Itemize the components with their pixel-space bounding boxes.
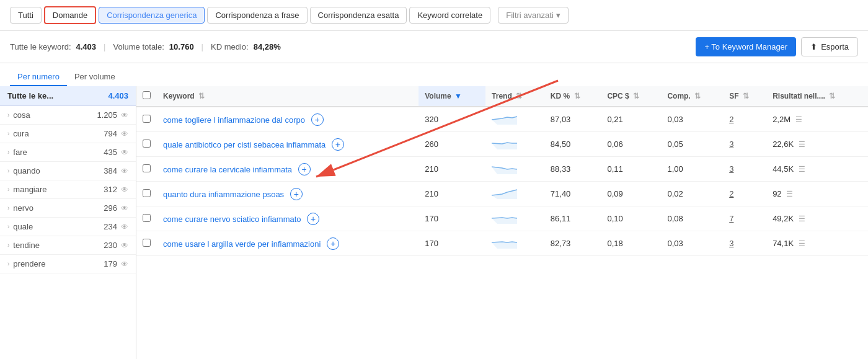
cpc-cell: 0,11 [601, 157, 661, 182]
sort-tab-per-numero[interactable]: Per numero [10, 68, 67, 86]
row-checkbox-cell[interactable] [136, 206, 157, 231]
sf-value[interactable]: 3 [729, 239, 733, 248]
filter-keyword-correlate[interactable]: Keyword correlate [409, 7, 490, 24]
keyword-cell: come curare nervo sciatico infiammato + [157, 206, 418, 231]
filter-tutti[interactable]: Tutti [10, 7, 42, 24]
th-trend[interactable]: Trend ⇅ [485, 86, 544, 107]
sidebar-item-fare[interactable]: › fare 435 👁 [0, 143, 136, 162]
risultati-cell: 74,1K ☰ [766, 231, 868, 256]
sidebar-item-cura[interactable]: › cura 794 👁 [0, 125, 136, 143]
th-sf[interactable]: SF ⇅ [723, 86, 766, 107]
export-button[interactable]: ⬆ Esporta [801, 37, 858, 56]
risultati-value: 92 [773, 189, 781, 198]
sidebar-header-label: Tutte le ke... [7, 91, 53, 100]
keyword-cell: quanto dura infiammazione psoas + [157, 182, 418, 206]
sidebar-header: Tutte le ke... 4.403 [0, 86, 136, 106]
risultati-value: 49,2K [773, 214, 794, 223]
row-checkbox-cell[interactable] [136, 182, 157, 206]
chevron-icon: › [7, 167, 9, 174]
sf-value[interactable]: 3 [729, 164, 733, 174]
sf-value[interactable]: 2 [729, 189, 733, 198]
sidebar-item-count: 384 [104, 166, 117, 175]
th-risultati[interactable]: Risultati nell.... ⇅ [766, 86, 868, 107]
eye-icon: 👁 [121, 260, 128, 268]
trend-cell [485, 132, 544, 157]
keyword-link[interactable]: come curare la cervicale infiammata [163, 165, 292, 174]
sidebar-item-quando[interactable]: › quando 384 👁 [0, 162, 136, 180]
to-keyword-manager-button[interactable]: + To Keyword Manager [696, 37, 796, 56]
keyword-link[interactable]: come togliere l infiammazione dal corpo [163, 115, 305, 125]
keyword-link[interactable]: come usare l argilla verde per infiammaz… [163, 239, 321, 249]
row-checkbox-cell[interactable] [136, 132, 157, 157]
kd-cell: 86,11 [544, 206, 601, 231]
sidebar-item-cosa[interactable]: › cosa 1.205 👁 [0, 106, 136, 125]
row-checkbox[interactable] [143, 164, 151, 172]
keyword-link[interactable]: quanto dura infiammazione psoas [163, 190, 284, 199]
th-keyword[interactable]: Keyword ⇅ [157, 86, 418, 107]
sf-cell: 2 [723, 182, 766, 206]
sf-value[interactable]: 2 [729, 115, 733, 124]
add-to-list-button[interactable]: + [290, 188, 303, 200]
total-volume-value: 10.760 [169, 42, 194, 51]
sidebar-item-quale[interactable]: › quale 234 👁 [0, 218, 136, 236]
row-checkbox[interactable] [143, 189, 151, 197]
chevron-icon: › [7, 130, 9, 137]
add-to-list-button[interactable]: + [332, 138, 344, 151]
sort-icon: ⇅ [574, 92, 580, 100]
row-checkbox[interactable] [143, 214, 151, 222]
row-checkbox[interactable] [143, 239, 151, 247]
sf-cell: 3 [723, 157, 766, 182]
sidebar-item-label: nervo [13, 203, 33, 213]
th-kd[interactable]: KD % ⇅ [544, 86, 601, 107]
sidebar-item-nervo[interactable]: › nervo 296 👁 [0, 199, 136, 218]
th-comp[interactable]: Comp. ⇅ [661, 86, 723, 107]
comp-value: 1,00 [667, 164, 683, 174]
select-all-checkbox[interactable] [143, 91, 151, 99]
filter-corrispondenza-esatta[interactable]: Corrispondenza esatta [310, 7, 407, 24]
filter-corrispondenza-generica[interactable]: Corrispondenza generica [99, 7, 205, 24]
add-to-list-button[interactable]: + [311, 113, 324, 126]
add-to-list-button[interactable]: + [327, 237, 339, 250]
row-checkbox-cell[interactable] [136, 107, 157, 132]
sidebar-item-prendere[interactable]: › prendere 179 👁 [0, 255, 136, 273]
cpc-cell: 0,06 [601, 132, 661, 157]
th-checkbox[interactable] [136, 86, 157, 107]
sidebar-item-count: 1.205 [97, 110, 117, 120]
table-row: come togliere l infiammazione dal corpo … [136, 107, 868, 132]
table-area: Keyword ⇅ Volume ▼ Trend ⇅ KD % [136, 86, 868, 359]
sf-value[interactable]: 7 [729, 214, 733, 223]
row-checkbox[interactable] [143, 140, 151, 148]
filter-avanzati-dropdown[interactable]: Filtri avanzati ▾ [498, 7, 569, 24]
results-list-icon: ☰ [799, 165, 805, 174]
eye-icon: 👁 [121, 204, 128, 213]
keyword-link[interactable]: quale antibiotico per cisti sebacea infi… [163, 140, 326, 149]
comp-value: 0,08 [667, 214, 683, 223]
sidebar-item-mangiare[interactable]: › mangiare 312 👁 [0, 180, 136, 199]
filter-corrispondenza-frase[interactable]: Corrispondenza a frase [207, 7, 307, 24]
add-to-list-button[interactable]: + [298, 163, 311, 175]
sf-value[interactable]: 3 [729, 140, 733, 149]
th-volume[interactable]: Volume ▼ [418, 86, 485, 107]
row-checkbox-cell[interactable] [136, 231, 157, 256]
sidebar-item-tendine[interactable]: › tendine 230 👁 [0, 236, 136, 255]
row-checkbox-cell[interactable] [136, 157, 157, 182]
add-to-list-button[interactable]: + [307, 213, 319, 225]
sidebar-item-label: quando [13, 166, 40, 175]
sf-cell: 2 [723, 107, 766, 132]
stats-left: Tutte le keyword: 4.403 | Volume totale:… [10, 42, 281, 51]
kd-value: 71,40 [551, 189, 571, 198]
row-checkbox[interactable] [143, 115, 151, 123]
chevron-down-icon: ▾ [556, 11, 560, 20]
th-cpc[interactable]: CPC $ ⇅ [601, 86, 661, 107]
filter-avanzati-label: Filtri avanzati [506, 11, 554, 20]
volume-cell: 210 [418, 157, 485, 182]
table-row: come usare l argilla verde per infiammaz… [136, 231, 868, 256]
all-keywords-label: Tutte le keyword: [10, 42, 71, 51]
table-row: quale antibiotico per cisti sebacea infi… [136, 132, 868, 157]
keyword-link[interactable]: come curare nervo sciatico infiammato [163, 215, 301, 224]
cpc-value: 0,11 [607, 164, 622, 174]
comp-value: 0,03 [667, 239, 683, 248]
sidebar-item-count: 230 [104, 241, 117, 250]
filter-domande[interactable]: Domande [44, 6, 96, 24]
sort-tab-per-volume[interactable]: Per volume [67, 68, 123, 86]
